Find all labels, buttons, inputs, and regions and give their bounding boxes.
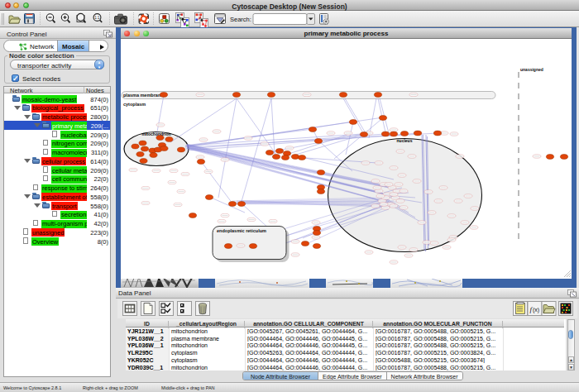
svg-text:mitochondrion: mitochondrion [142,131,171,136]
svg-text:1:1: 1:1 [94,16,100,20]
svg-text:(x): (x) [533,307,539,313]
svg-text:unassigned: unassigned [520,67,543,72]
svg-text:cytoplasm: cytoplasm [123,102,146,107]
svg-text:Search:: Search: [230,16,251,23]
svg-text:endoplasmic reticulum: endoplasmic reticulum [217,228,266,233]
svg-text:plasma membrane: plasma membrane [123,93,163,98]
svg-text:nucleus: nucleus [397,138,413,143]
